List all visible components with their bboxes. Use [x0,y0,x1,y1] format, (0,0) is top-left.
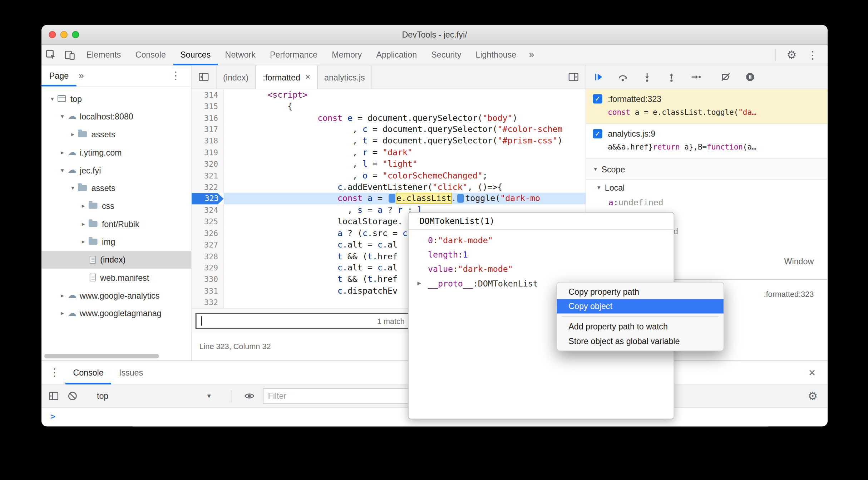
tree-expanded-arrow-icon[interactable]: ▾ [47,95,58,102]
line-number-319[interactable]: 319 [192,147,224,158]
clear-console-icon[interactable] [67,390,78,401]
tree-item-www-googletagmanag[interactable]: ▸☁www.googletagmanag [41,304,191,322]
menu-item-copy-object[interactable]: Copy object [557,299,724,313]
breakpoint-checkbox[interactable]: ✓ [593,94,602,103]
line-number-316[interactable]: 316 [192,112,224,124]
breakpoint-entry[interactable]: ✓analytics.js:9a&&a.href}return a},B=fun… [586,124,828,159]
inspect-element-icon[interactable] [41,45,60,65]
line-number-330[interactable]: 330 [192,274,224,285]
tree-item-web-manifest[interactable]: web.manifest [41,269,191,286]
tab-console[interactable]: Console [65,361,112,384]
pause-on-exceptions-button[interactable] [745,72,756,83]
menu-item-store-object-as-global-variable[interactable]: Store object as global variable [557,334,724,348]
breakpoint-checkbox[interactable]: ✓ [593,129,602,138]
editor-tab-index[interactable]: (index) [216,65,256,89]
line-number-329[interactable]: 329 [192,262,224,274]
object-property-row[interactable]: 0: "dark-mode" [409,233,674,248]
code-line-319[interactable]: 319 , r = "dark" [192,147,586,158]
resume-script-button[interactable] [593,72,604,83]
code-line-314[interactable]: 314 <script> [192,89,586,101]
code-line-content[interactable]: , r = "dark" [224,147,586,158]
main-menu-kebab-icon[interactable]: ⋮ [803,45,822,65]
code-line-content[interactable]: c.addEventListener("click", ()=>{ [224,181,586,193]
code-line-content[interactable]: , o = "colorSchemeChanged"; [224,170,586,181]
tree-item-www-google-analytics[interactable]: ▸☁www.google-analytics [41,286,191,304]
toggle-debugger-sidebar-icon[interactable] [561,65,586,89]
tab-memory[interactable]: Memory [325,45,369,65]
tree-collapsed-arrow-icon[interactable]: ▸ [78,238,88,245]
close-window-button[interactable] [49,31,56,38]
code-line-content[interactable]: { [224,101,586,112]
more-tabs-icon[interactable]: » [523,49,540,60]
code-line-315[interactable]: 315 { [192,101,586,112]
tree-collapsed-arrow-icon[interactable]: ▸ [57,310,67,317]
code-line-content[interactable]: const a = e.classList.toggle("dark-mo [224,193,586,205]
tree-item-font-rubik[interactable]: ▸font/Rubik [41,215,191,233]
menu-item-add-property-path-to-watch[interactable]: Add property path to watch [557,319,724,334]
scope-variable-row[interactable]: a: undefined [586,196,828,210]
line-number-317[interactable]: 317 [192,124,224,135]
title-bar[interactable]: DevTools - jec.fyi/ [41,25,828,45]
tab-sources[interactable]: Sources [173,45,218,65]
code-line-320[interactable]: 320 , l = "light" [192,158,586,170]
search-input[interactable]: 1 match [196,313,410,329]
tree-item-localhost-8080[interactable]: ▾☁localhost:8080 [41,108,191,126]
tab-console[interactable]: Console [128,45,173,65]
line-number-326[interactable]: 326 [192,227,224,239]
line-number-332[interactable]: 332 [192,297,224,308]
inline-breakpoint-marker-icon[interactable] [458,194,464,203]
tree-collapsed-arrow-icon[interactable]: ▸ [68,131,78,138]
tab-elements[interactable]: Elements [79,45,128,65]
inline-breakpoint-marker-icon[interactable] [389,194,395,203]
tree-item-css[interactable]: ▸css [41,197,191,215]
tree-collapsed-arrow-icon[interactable]: ▸ [57,149,67,156]
tab-security[interactable]: Security [424,45,468,65]
line-number-328[interactable]: 328 [192,251,224,262]
code-line-content[interactable]: , c = document.querySelector("#color-sch… [224,124,586,135]
tree-collapsed-arrow-icon[interactable]: ▸ [78,220,88,227]
expand-arrow-icon[interactable]: ▶ [418,276,428,291]
scope-section-header[interactable]: ▾ Scope [586,159,828,179]
line-number-331[interactable]: 331 [192,285,224,297]
navigator-more-tabs-icon[interactable]: » [77,70,86,81]
line-number-314[interactable]: 314 [192,89,224,101]
navigator-menu-kebab-icon[interactable]: ⋮ [171,70,191,81]
code-line-content[interactable]: <script> [224,89,586,101]
zoom-window-button[interactable] [72,31,79,38]
tab-page[interactable]: Page [41,65,77,86]
tree-collapsed-arrow-icon[interactable]: ▸ [57,292,67,299]
tab-performance[interactable]: Performance [263,45,325,65]
breakpoint-entry[interactable]: ✓:formatted:323const a = e.classList.tog… [586,89,828,124]
line-number-322[interactable]: 322 [192,181,224,193]
tab-issues[interactable]: Issues [111,361,151,384]
code-line-323[interactable]: 323 const a = e.classList.toggle("dark-m… [192,193,586,205]
scope-local-header[interactable]: ▾ Local [586,180,828,196]
line-number-321[interactable]: 321 [192,170,224,181]
step-into-button[interactable] [642,72,653,83]
tree-expanded-arrow-icon[interactable]: ▾ [68,185,78,192]
code-line-321[interactable]: 321 , o = "colorSchemeChanged"; [192,170,586,181]
console-context-selector[interactable]: top ▼ [86,391,219,400]
close-tab-icon[interactable]: × [305,72,310,82]
tree-item-index[interactable]: (index) [41,251,191,269]
tab-application[interactable]: Application [369,45,424,65]
line-number-315[interactable]: 315 [192,101,224,112]
editor-tab-analytics[interactable]: analytics.js [317,65,372,89]
code-line-content[interactable]: const e = document.querySelector("body") [224,112,586,124]
step-over-button[interactable] [617,72,628,83]
toggle-navigator-icon[interactable] [192,65,217,89]
live-expression-eye-icon[interactable] [243,390,255,401]
drawer-menu-kebab-icon[interactable]: ⋮ [49,367,60,378]
settings-gear-icon[interactable]: ⚙ [782,45,801,65]
deactivate-breakpoints-button[interactable] [720,72,731,83]
line-number-320[interactable]: 320 [192,158,224,170]
code-line-316[interactable]: 316 const e = document.querySelector("bo… [192,112,586,124]
tab-lighthouse[interactable]: Lighthouse [468,45,523,65]
code-line-content[interactable]: , l = "light" [224,158,586,170]
object-property-row[interactable]: length: 1 [409,248,674,262]
sidebar-horizontal-scrollbar[interactable] [44,354,159,358]
line-number-327[interactable]: 327 [192,239,224,251]
line-number-324[interactable]: 324 [192,205,224,216]
line-number-318[interactable]: 318 [192,135,224,147]
editor-tab-formatted[interactable]: :formatted × [256,65,317,89]
